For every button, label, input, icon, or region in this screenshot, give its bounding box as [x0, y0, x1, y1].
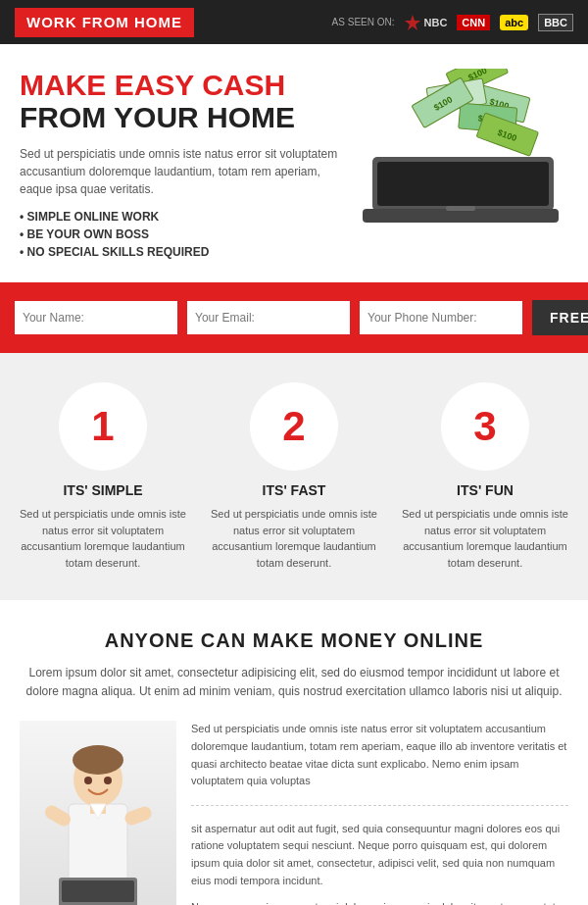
nbc-icon: NBC — [403, 13, 448, 32]
as-seen-on-label: AS SEEN ON: — [332, 17, 395, 27]
hero-bullet: SIMPLE ONLINE WORK — [20, 210, 353, 224]
cnn-badge: CNN — [457, 15, 490, 30]
step-circle-1: 1 — [59, 382, 147, 471]
abc-badge: abc — [500, 15, 528, 30]
anyone-content: Sed ut perspiciatis unde omnis iste natu… — [20, 721, 568, 905]
anyone-section: ANYONE CAN MAKE MONEY ONLINE Lorem ipsum… — [0, 600, 588, 905]
svg-point-26 — [84, 777, 92, 784]
step-circle-2: 2 — [250, 382, 338, 471]
svg-rect-16 — [446, 206, 475, 211]
step-3: 3 ITS' FUN Sed ut perspiciatis unde omni… — [397, 382, 573, 571]
svg-marker-0 — [405, 15, 420, 30]
hero-description: Sed ut perspiciatis unde omnis iste natu… — [20, 145, 353, 198]
network-logos: NBC CNN abc BBC — [403, 13, 574, 32]
step-title-3: ITS' FUN — [397, 482, 573, 498]
email-input[interactable] — [187, 301, 350, 334]
phone-input[interactable] — [360, 301, 522, 334]
anyone-intro: Lorem ipsum dolor sit amet, consectetur … — [20, 664, 568, 701]
anyone-photo — [20, 721, 176, 905]
step-1: 1 ITS' SIMPLE Sed ut perspiciatis unde o… — [15, 382, 191, 571]
svg-point-27 — [104, 777, 112, 784]
step-desc-1: Sed ut perspiciatis unde omnis iste natu… — [15, 506, 191, 571]
anyone-para-1: Sed ut perspiciatis unde omnis iste natu… — [191, 721, 568, 789]
header: WORK FROM HOME AS SEEN ON: NBC CNN abc B… — [0, 0, 588, 44]
hero-title-black: FROM YOUR HOME — [20, 101, 353, 133]
hero-title-red: MAKE EASY CASH — [20, 69, 353, 101]
free-account-button[interactable]: FREE ACCOUNT — [532, 300, 588, 335]
step-2: 2 ITS' FAST Sed ut perspiciatis unde omn… — [206, 382, 382, 571]
svg-rect-14 — [377, 162, 549, 206]
hero-bullet: NO SPECIAL SKILLS REQUIRED — [20, 245, 353, 259]
anyone-para-2: sit aspernatur aut odit aut fugit, sed q… — [191, 821, 568, 889]
svg-rect-15 — [363, 209, 559, 223]
laptop-money-illustration: $100 $100 $100 $100 $100 $100 — [358, 69, 564, 230]
step-desc-2: Sed ut perspiciatis unde omnis iste natu… — [206, 506, 382, 571]
hero-text-area: MAKE EASY CASH FROM YOUR HOME Sed ut per… — [20, 69, 353, 263]
step-desc-3: Sed ut perspiciatis unde omnis iste natu… — [397, 506, 573, 571]
bbc-badge: BBC — [538, 14, 573, 31]
hero-bullet: BE YOUR OWN BOSS — [20, 227, 353, 241]
logo-text: WORK FROM HOME — [26, 14, 182, 30]
logo-box: WORK FROM HOME — [15, 8, 194, 37]
photo-placeholder — [20, 721, 176, 905]
anyone-title: ANYONE CAN MAKE MONEY ONLINE — [20, 629, 568, 652]
hero-image: $100 $100 $100 $100 $100 $100 — [353, 69, 568, 230]
svg-point-19 — [73, 745, 123, 775]
step-number-1: 1 — [91, 403, 114, 450]
step-number-3: 3 — [473, 403, 496, 450]
svg-rect-25 — [62, 880, 134, 902]
person-illustration — [39, 726, 157, 905]
step-circle-3: 3 — [441, 382, 529, 471]
step-title-1: ITS' SIMPLE — [15, 482, 191, 498]
hero-bullets: SIMPLE ONLINE WORKBE YOUR OWN BOSSNO SPE… — [20, 210, 353, 259]
steps-section: 1 ITS' SIMPLE Sed ut perspiciatis unde o… — [0, 353, 588, 600]
cta-bar: FREE ACCOUNT — [0, 282, 588, 353]
anyone-para-3: Neque porro quisquam est, qui dolorem ip… — [191, 899, 568, 905]
anyone-text-area: Sed ut perspiciatis unde omnis iste natu… — [191, 721, 568, 905]
hero-section: MAKE EASY CASH FROM YOUR HOME Sed ut per… — [0, 44, 588, 282]
name-input[interactable] — [15, 301, 177, 334]
step-number-2: 2 — [282, 403, 305, 450]
step-title-2: ITS' FAST — [206, 482, 382, 498]
